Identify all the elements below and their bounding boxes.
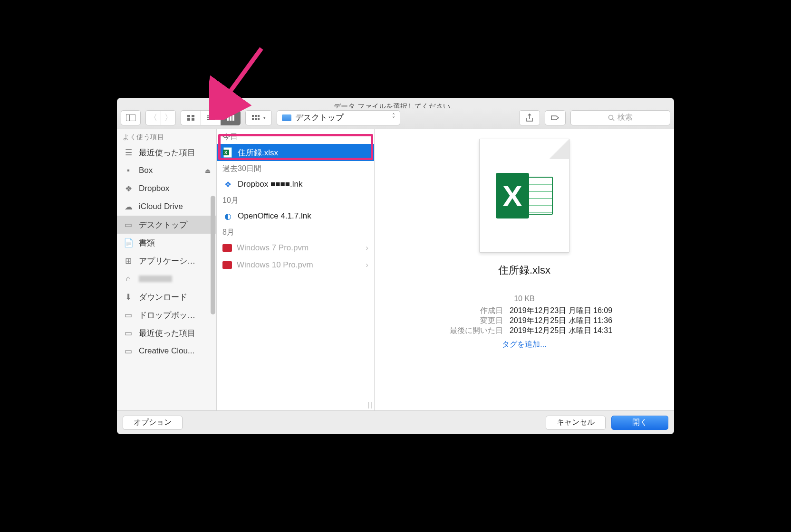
svg-rect-12 — [252, 115, 254, 117]
sidebar-scrollbar[interactable] — [211, 196, 215, 314]
back-button[interactable]: 〈 — [145, 110, 161, 125]
file-name: OpenOffice 4.1.7.lnk — [238, 211, 311, 221]
sidebar-item-recents-2[interactable]: ▭ 最近使った項目 — [117, 324, 216, 342]
preview-metadata: 作成日2019年12月23日 月曜日 16:09 変更日2019年12月25日 … — [436, 306, 612, 336]
cloud-icon: ☁ — [123, 202, 134, 212]
svg-rect-4 — [187, 118, 190, 121]
sidebar-toggle-button[interactable] — [121, 110, 141, 125]
sidebar-item-label: アプリケーシ… — [139, 256, 195, 266]
sidebar-item-label: ダウンロード — [139, 292, 187, 303]
file-item-disabled: Windows 10 Pro.pvm › — [217, 256, 374, 274]
file-name: Windows 7 Pro.pvm — [237, 243, 309, 253]
file-open-dialog: データ ファイルを選択してください。 〈 〉 ▾ デスクトップ — [117, 98, 674, 434]
share-button[interactable] — [519, 110, 540, 125]
meta-modified-label: 変更日 — [436, 316, 503, 326]
forward-button[interactable]: 〉 — [161, 110, 176, 125]
folder-icon: ▭ — [123, 328, 134, 338]
sidebar-item-dropbox[interactable]: ❖ Dropbox — [117, 180, 216, 198]
sidebar-item-label: 書類 — [139, 238, 155, 248]
downloads-icon: ⬇ — [123, 292, 134, 302]
sidebar-item-dropbox-folder[interactable]: ▭ ドロップボッ… — [117, 306, 216, 324]
sidebar-item-downloads[interactable]: ⬇ ダウンロード — [117, 288, 216, 306]
file-name: 住所録.xlsx — [238, 147, 278, 158]
view-columns-button[interactable] — [221, 110, 241, 125]
sidebar-item-label: Creative Clou... — [139, 346, 194, 356]
svg-rect-3 — [192, 115, 194, 117]
meta-created-label: 作成日 — [436, 306, 503, 316]
open-button[interactable]: 開く — [611, 416, 668, 430]
list-icon — [207, 114, 215, 121]
sidebar: よく使う項目 ☰ 最近使った項目 ▪ Box ⏏ ❖ Dropbox ☁ iCl… — [117, 129, 217, 410]
location-label: デスクトップ — [295, 112, 344, 123]
search-icon — [608, 114, 615, 121]
column-resize-handle[interactable]: || — [368, 401, 373, 408]
file-item-selected[interactable]: X 住所録.xlsx — [217, 144, 374, 161]
sidebar-item-label: デスクトップ — [139, 219, 187, 230]
view-icons-button[interactable] — [181, 110, 201, 125]
view-list-button[interactable] — [201, 110, 221, 125]
sidebar-item-icloud[interactable]: ☁ iCloud Drive — [117, 198, 216, 216]
pvm-icon — [222, 244, 232, 252]
sidebar-item-label — [139, 276, 172, 282]
file-item[interactable]: ❖ Dropbox ■■■■.lnk — [217, 176, 374, 193]
svg-text:X: X — [224, 150, 227, 155]
tag-icon — [550, 114, 560, 121]
list-section-today: 今日 — [217, 129, 374, 144]
tags-button[interactable] — [545, 110, 566, 125]
svg-rect-0 — [126, 114, 135, 121]
svg-line-19 — [613, 119, 615, 121]
svg-rect-5 — [192, 118, 194, 121]
eject-icon[interactable]: ⏏ — [205, 167, 211, 174]
columns-icon — [226, 114, 235, 121]
list-section-october: 10月 — [217, 193, 374, 208]
svg-line-23 — [223, 48, 261, 101]
excel-file-icon: X — [222, 147, 233, 158]
desktop-icon: ▭ — [123, 220, 134, 230]
file-item[interactable]: ◐ OpenOffice 4.1.7.lnk — [217, 208, 374, 225]
svg-rect-2 — [187, 115, 190, 117]
search-field[interactable]: 検索 — [570, 110, 670, 125]
sidebar-item-label: ドロップボッ… — [139, 310, 195, 321]
sidebar-item-recents[interactable]: ☰ 最近使った項目 — [117, 143, 216, 162]
dialog-title: データ ファイルを選択してください。 — [117, 98, 674, 108]
list-section-30days: 過去30日間 — [217, 161, 374, 176]
dropbox-lnk-icon: ❖ — [222, 179, 233, 190]
toolbar: 〈 〉 ▾ デスクトップ ˄˅ — [117, 108, 674, 129]
sidebar-item-label: 最近使った項目 — [139, 147, 195, 158]
grid-icon — [187, 114, 195, 121]
options-button[interactable]: オプション — [123, 416, 183, 430]
sidebar-header: よく使う項目 — [117, 129, 216, 143]
location-dropdown[interactable]: デスクトップ ˄˅ — [277, 110, 400, 125]
svg-rect-9 — [227, 115, 229, 121]
chevron-right-icon: › — [366, 243, 368, 253]
list-section-august: 8月 — [217, 225, 374, 239]
sidebar-item-label: Dropbox — [139, 184, 169, 193]
sidebar-item-home[interactable]: ⌂ — [117, 270, 216, 288]
arrange-button[interactable]: ▾ — [245, 110, 272, 125]
file-name: Windows 10 Pro.pvm — [237, 260, 313, 270]
svg-rect-10 — [230, 115, 232, 121]
sidebar-item-documents[interactable]: 📄 書類 — [117, 234, 216, 252]
sidebar-item-applications[interactable]: ⊞ アプリケーシ… — [117, 252, 216, 270]
sidebar-item-desktop[interactable]: ▭ デスクトップ — [117, 216, 216, 234]
sidebar-icon — [126, 114, 135, 121]
document-icon: 📄 — [123, 238, 134, 248]
meta-opened-value: 2019年12月25日 水曜日 14:31 — [510, 326, 612, 336]
add-tags-link[interactable]: タグを追加... — [502, 340, 546, 350]
chevron-right-icon: 〉 — [164, 112, 173, 123]
meta-created-value: 2019年12月23日 月曜日 16:09 — [510, 306, 612, 316]
svg-point-18 — [609, 115, 613, 119]
preview-pane: X 住所録.xlsx 10 KB 作成日2019年12月23日 月曜日 16:0… — [375, 129, 674, 410]
sidebar-item-box[interactable]: ▪ Box ⏏ — [117, 162, 216, 180]
svg-rect-11 — [232, 115, 234, 121]
sidebar-item-label: Box — [139, 166, 153, 175]
chevron-left-icon: 〈 — [149, 112, 157, 123]
sidebar-item-creative-cloud[interactable]: ▭ Creative Clou... — [117, 342, 216, 360]
file-name: Dropbox ■■■■.lnk — [238, 180, 303, 189]
dropbox-icon: ❖ — [123, 184, 134, 194]
meta-modified-value: 2019年12月25日 水曜日 11:36 — [510, 316, 612, 326]
file-preview-thumbnail: X — [479, 139, 569, 253]
search-placeholder: 検索 — [617, 113, 633, 123]
arrange-icon — [251, 114, 262, 121]
cancel-button[interactable]: キャンセル — [546, 416, 606, 430]
